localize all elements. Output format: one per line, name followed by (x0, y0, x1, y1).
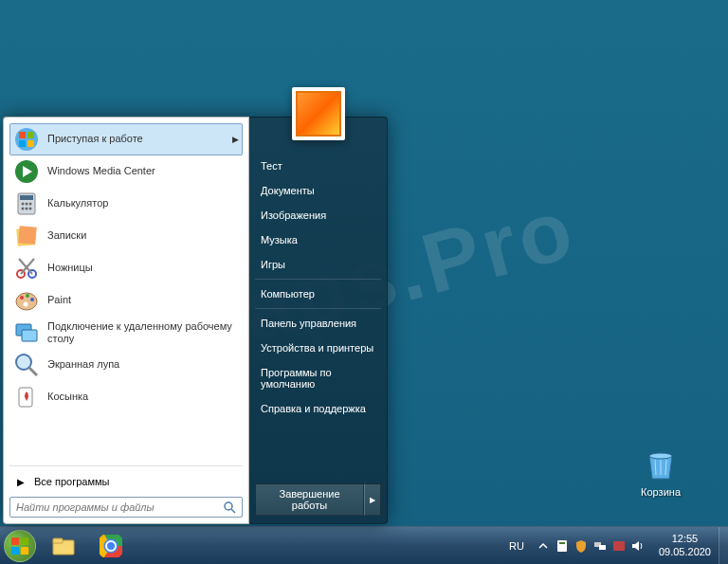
svg-rect-36 (21, 546, 28, 554)
svg-rect-34 (21, 537, 28, 544)
shutdown-options-arrow[interactable]: ▶ (364, 483, 381, 516)
svg-point-43 (106, 541, 116, 551)
tray-network-icon[interactable] (592, 538, 608, 554)
program-item-calculator[interactable]: Калькулятор (9, 188, 243, 220)
magnifier-icon (13, 352, 40, 378)
system-item[interactable]: Устройства и принтеры (249, 336, 387, 360)
svg-point-24 (30, 298, 34, 301)
svg-line-29 (29, 368, 37, 375)
program-item-media-center[interactable]: Windows Media Center (9, 155, 243, 188)
clock-time: 12:55 (659, 533, 711, 545)
separator (9, 465, 243, 466)
user-folder-item[interactable]: Музыка (249, 227, 387, 252)
sticky-notes-icon (13, 223, 40, 249)
avatar-image (296, 91, 341, 136)
svg-point-12 (22, 208, 25, 210)
windows-orb-icon (4, 530, 36, 562)
all-programs-button[interactable]: ▶ Все программы (9, 470, 243, 493)
tray-security-icon[interactable] (573, 538, 589, 554)
shutdown-button[interactable]: Завершение работы (255, 483, 364, 516)
taskbar: RU 12:55 09.05.2020 (0, 526, 728, 564)
svg-line-32 (231, 509, 235, 513)
separator (255, 308, 381, 309)
search-box[interactable] (9, 497, 243, 518)
show-desktop-button[interactable] (719, 527, 728, 565)
start-menu-left-panel: Приступая к работе▶Windows Media CenterК… (3, 117, 249, 524)
user-folder-item[interactable]: Документы (249, 178, 387, 203)
svg-point-1 (15, 128, 38, 151)
program-item-label: Калькулятор (47, 197, 239, 209)
svg-point-9 (22, 203, 25, 206)
program-item-solitaire[interactable]: Косынка (9, 381, 243, 413)
search-icon (223, 500, 236, 514)
svg-rect-27 (22, 330, 37, 341)
svg-line-20 (19, 259, 32, 274)
svg-rect-45 (559, 542, 565, 544)
svg-rect-44 (557, 540, 567, 552)
svg-rect-16 (18, 226, 37, 245)
user-folder-item[interactable]: Тест (249, 154, 387, 178)
tray-action-center-icon[interactable] (555, 538, 570, 554)
svg-point-31 (225, 502, 232, 510)
getting-started-icon (13, 126, 40, 153)
taskbar-explorer[interactable] (42, 531, 85, 561)
svg-rect-48 (613, 541, 625, 551)
program-item-label: Экранная лупа (47, 358, 239, 371)
taskbar-clock[interactable]: 12:55 09.05.2020 (651, 533, 719, 557)
remote-desktop-icon (13, 319, 40, 346)
recycle-bin-label: Корзина (641, 486, 681, 498)
desktop[interactable]: Fraps.Pro Корзина Приступая к работе▶Win… (0, 0, 728, 564)
search-input[interactable] (16, 501, 223, 513)
program-item-paint[interactable]: Paint (9, 284, 243, 317)
media-center-icon (13, 158, 40, 185)
recycle-bin[interactable]: Корзина (641, 445, 681, 498)
program-item-label: Windows Media Center (47, 165, 239, 177)
svg-point-11 (29, 203, 32, 206)
svg-rect-47 (599, 545, 606, 550)
recycle-bin-icon (642, 445, 680, 482)
svg-point-14 (29, 208, 32, 210)
start-menu-program-list: Приступая к работе▶Windows Media CenterК… (9, 123, 243, 462)
calculator-icon (13, 191, 40, 217)
program-item-getting-started[interactable]: Приступая к работе▶ (9, 123, 243, 155)
system-item[interactable]: Панель управления (249, 311, 387, 336)
program-item-label: Paint (47, 294, 239, 306)
tray-app-icon[interactable] (611, 538, 627, 554)
system-tray (530, 538, 651, 554)
solitaire-icon (13, 384, 40, 410)
folder-icon (51, 536, 76, 556)
start-button[interactable] (0, 527, 40, 565)
start-menu: Приступая к работе▶Windows Media CenterК… (3, 117, 388, 524)
tray-volume-icon[interactable] (630, 538, 646, 554)
svg-line-19 (21, 259, 34, 274)
start-menu-right-panel: ТестДокументыИзображенияМузыкаИгры Компь… (249, 117, 388, 524)
svg-point-28 (16, 355, 31, 370)
taskbar-chrome[interactable] (89, 531, 133, 561)
arrow-right-icon: ▶ (17, 477, 25, 487)
svg-point-10 (26, 203, 28, 206)
program-item-label: Ножницы (47, 262, 239, 274)
program-item-sticky-notes[interactable]: Записки (9, 220, 243, 252)
tray-show-hidden-icon[interactable] (536, 538, 551, 554)
program-item-remote-desktop[interactable]: Подключение к удаленному рабочему столу (9, 317, 243, 349)
chrome-icon (100, 535, 122, 557)
program-item-label: Косынка (47, 391, 239, 403)
system-item[interactable]: Программы по умолчанию (249, 360, 387, 396)
program-item-label: Записки (47, 229, 239, 242)
language-indicator[interactable]: RU (503, 540, 530, 552)
program-item-magnifier[interactable]: Экранная лупа (9, 349, 243, 381)
user-avatar[interactable] (292, 87, 345, 140)
svg-rect-3 (27, 132, 34, 138)
program-item-snipping-tool[interactable]: Ножницы (9, 252, 243, 284)
system-item[interactable]: Справка и поддержка (249, 396, 387, 421)
all-programs-label: Все программы (34, 476, 109, 487)
svg-point-13 (26, 208, 28, 210)
svg-rect-35 (11, 546, 19, 554)
user-folder-item[interactable]: Изображения (249, 203, 387, 227)
svg-point-23 (26, 294, 29, 298)
svg-rect-5 (27, 140, 34, 147)
user-folder-item[interactable]: Игры (249, 252, 387, 277)
clock-date: 09.05.2020 (659, 546, 711, 558)
computer-item[interactable]: Компьютер (249, 282, 387, 306)
svg-point-0 (649, 453, 672, 459)
